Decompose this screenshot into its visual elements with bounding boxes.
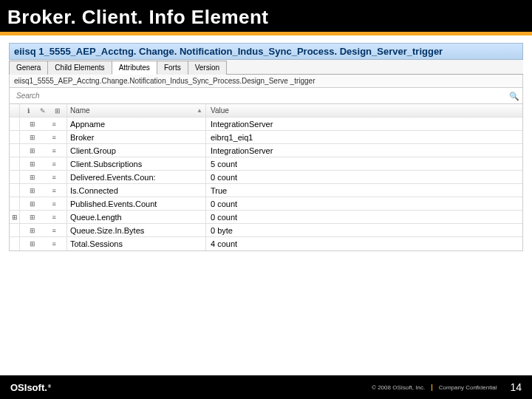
row-tools: ⊞ ≡ bbox=[20, 184, 67, 197]
row-collapse-icon[interactable]: ⊞ bbox=[29, 174, 36, 181]
table-row[interactable]: ⊞ ≡ Client.Subscriptions 5 count bbox=[10, 157, 522, 171]
grid-header-row: ℹ ✎ ⊞ Name ▲ Value bbox=[10, 104, 522, 117]
value-header[interactable]: Value bbox=[206, 104, 522, 117]
row-tools: ⊞ ≡ bbox=[20, 224, 67, 236]
path-bar: eiisq1_5555_AEP_Acctng.Change.Notificati… bbox=[9, 75, 523, 88]
row-tools: ⊞ ≡ bbox=[20, 237, 67, 250]
page-number: 14 bbox=[510, 381, 522, 393]
attr-value: 0 byte bbox=[206, 224, 522, 236]
table-row[interactable]: ⊞ ≡ Client.Group IntegrationServer bbox=[10, 144, 522, 157]
table-row[interactable]: ⊞ ≡ Appname IntegrationServer bbox=[10, 117, 522, 131]
attr-name: Delivered.Events.Coun: bbox=[67, 171, 206, 183]
row-collapse-icon[interactable]: ⊞ bbox=[29, 134, 36, 141]
tab-version[interactable]: Version bbox=[188, 61, 227, 75]
table-row[interactable]: ⊞ ≡ Published.Events.Count 0 count bbox=[10, 197, 522, 211]
row-menu-icon[interactable]: ≡ bbox=[50, 134, 58, 141]
sort-arrow-icon: ▲ bbox=[197, 107, 202, 114]
attr-name: Client.Subscriptions bbox=[67, 157, 206, 170]
expand-header bbox=[10, 104, 20, 117]
row-menu-icon[interactable]: ≡ bbox=[50, 147, 58, 154]
row-collapse-icon[interactable]: ⊞ bbox=[29, 240, 36, 248]
attr-name: Queue.Length bbox=[67, 211, 206, 223]
row-menu-icon[interactable]: ≡ bbox=[50, 240, 58, 248]
expand-toggle[interactable] bbox=[10, 131, 20, 143]
confidential-text: Company Confidential bbox=[439, 384, 497, 391]
row-tools: ⊞ ≡ bbox=[20, 197, 67, 210]
copyright-text: © 2008 OSIsoft, Inc. bbox=[372, 384, 425, 391]
attr-name: Published.Events.Count bbox=[67, 197, 206, 210]
tab-general[interactable]: Genera bbox=[9, 61, 48, 75]
expand-toggle[interactable] bbox=[10, 144, 20, 157]
search-icon[interactable]: 🔍 bbox=[509, 92, 518, 100]
row-collapse-icon[interactable]: ⊞ bbox=[29, 120, 36, 128]
row-collapse-icon[interactable]: ⊞ bbox=[29, 214, 36, 221]
row-menu-icon[interactable]: ≡ bbox=[50, 214, 58, 221]
row-tools: ⊞ ≡ bbox=[20, 117, 67, 130]
row-menu-icon[interactable]: ≡ bbox=[50, 227, 58, 234]
name-header[interactable]: Name ▲ bbox=[67, 104, 206, 117]
expand-toggle[interactable] bbox=[10, 157, 20, 170]
tab-forts[interactable]: Forts bbox=[157, 61, 188, 75]
table-row[interactable]: ⊞ ≡ Broker eibrq1_eiq1 bbox=[10, 131, 522, 144]
attr-value: 4 count bbox=[206, 237, 522, 250]
table-row[interactable]: ⊞ ≡ Delivered.Events.Coun: 0 count bbox=[10, 171, 522, 184]
table-row[interactable]: ⊞ ≡ Total.Sessions 4 count bbox=[10, 237, 522, 250]
row-collapse-icon[interactable]: ⊞ bbox=[29, 160, 36, 168]
attr-value: True bbox=[206, 184, 522, 197]
name-header-label: Name bbox=[70, 106, 90, 115]
expand-toggle[interactable] bbox=[10, 171, 20, 183]
tab-bar: Genera Child Elements Attributes Forts V… bbox=[9, 60, 523, 75]
attr-value: 0 count bbox=[206, 197, 522, 210]
attr-value: eibrq1_eiq1 bbox=[206, 131, 522, 143]
attr-name: Appname bbox=[67, 117, 206, 130]
row-collapse-icon[interactable]: ⊞ bbox=[29, 187, 36, 194]
attr-name: Queue.Size.In.Bytes bbox=[67, 224, 206, 236]
expand-toggle[interactable] bbox=[10, 117, 20, 130]
table-row[interactable]: ⊞ ⊞ ≡ Queue.Length 0 count bbox=[10, 211, 522, 224]
expand-toggle[interactable] bbox=[10, 197, 20, 210]
attr-value: IntegrationServer bbox=[206, 117, 522, 130]
slide-title: Broker. Client. Info Element bbox=[7, 6, 525, 29]
panel-title: eiisq 1_5555_AEP_Acctng. Change. Notific… bbox=[9, 43, 523, 60]
expand-toggle[interactable] bbox=[10, 224, 20, 236]
content-panel: eiisq 1_5555_AEP_Acctng. Change. Notific… bbox=[9, 43, 523, 251]
attr-value: 5 count bbox=[206, 157, 522, 170]
filter-icon[interactable]: ℹ bbox=[25, 107, 33, 115]
attr-name: Client.Group bbox=[67, 144, 206, 157]
footer: OSIsoft.® © 2008 OSIsoft, Inc. | Company… bbox=[0, 375, 532, 399]
expand-toggle[interactable] bbox=[10, 184, 20, 197]
row-tools: ⊞ ≡ bbox=[20, 157, 67, 170]
row-tools: ⊞ ≡ bbox=[20, 144, 67, 157]
pencil-icon[interactable]: ✎ bbox=[39, 107, 47, 115]
row-tools: ⊞ ≡ bbox=[20, 131, 67, 143]
row-menu-icon[interactable]: ≡ bbox=[50, 160, 58, 168]
row-collapse-icon[interactable]: ⊞ bbox=[29, 147, 36, 154]
attr-name: Total.Sessions bbox=[67, 237, 206, 250]
row-menu-icon[interactable]: ≡ bbox=[50, 187, 58, 194]
attr-name: Is.Connected bbox=[67, 184, 206, 197]
attr-name: Broker bbox=[67, 131, 206, 143]
search-bar: 🔍 bbox=[9, 88, 523, 104]
collapse-icon[interactable]: ⊞ bbox=[54, 107, 61, 115]
footer-right: © 2008 OSIsoft, Inc. | Company Confident… bbox=[372, 381, 522, 393]
accent-bar bbox=[0, 32, 532, 35]
expand-toggle[interactable]: ⊞ bbox=[10, 211, 20, 223]
tool-icons-header: ℹ ✎ ⊞ bbox=[20, 104, 67, 117]
attr-value: IntegrationServer bbox=[206, 144, 522, 157]
row-menu-icon[interactable]: ≡ bbox=[50, 120, 58, 128]
row-menu-icon[interactable]: ≡ bbox=[50, 174, 58, 181]
attr-value: 0 count bbox=[206, 211, 522, 223]
expand-toggle[interactable] bbox=[10, 237, 20, 250]
row-collapse-icon[interactable]: ⊞ bbox=[29, 227, 36, 234]
brand-logo: OSIsoft.® bbox=[10, 382, 50, 393]
tab-child-elements[interactable]: Child Elements bbox=[47, 61, 112, 75]
table-row[interactable]: ⊞ ≡ Queue.Size.In.Bytes 0 byte bbox=[10, 224, 522, 237]
table-row[interactable]: ⊞ ≡ Is.Connected True bbox=[10, 184, 522, 197]
row-tools: ⊞ ≡ bbox=[20, 171, 67, 183]
row-collapse-icon[interactable]: ⊞ bbox=[29, 200, 36, 208]
search-input[interactable] bbox=[14, 89, 509, 102]
tab-attributes[interactable]: Attributes bbox=[112, 61, 157, 75]
divider-icon: | bbox=[431, 383, 433, 391]
attr-value: 0 count bbox=[206, 171, 522, 183]
row-menu-icon[interactable]: ≡ bbox=[50, 200, 58, 208]
